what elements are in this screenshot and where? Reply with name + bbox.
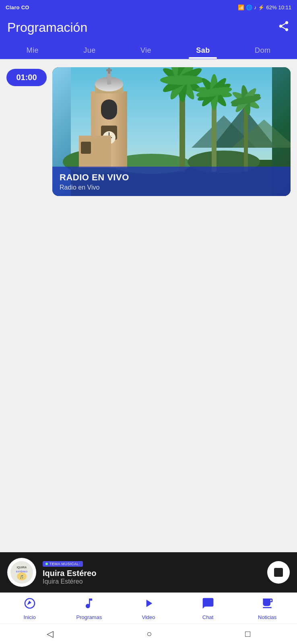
share-icon [278,20,290,32]
station-logo: IQUIRA ESTÉREO 🎵 [7,558,36,587]
news-icon [261,597,274,613]
program-title: RADIO EN VIVO [60,172,283,183]
tab-jue[interactable]: Jue [79,41,100,59]
nav-video[interactable]: Video [128,597,169,620]
nav-noticias[interactable]: Noticias [247,597,287,620]
svg-text:🎵: 🎵 [20,575,24,579]
program-subtitle: Radio en Vivo [60,184,283,191]
tab-mie[interactable]: Mie [23,41,43,59]
stop-icon [274,568,283,577]
now-playing-bar: IQUIRA ESTÉREO 🎵 TEMA MUSICAL: Iquira Es… [0,552,297,592]
svg-rect-21 [81,142,91,154]
page-title: Programación [7,20,87,35]
app-header: Programación [0,14,297,41]
back-button[interactable]: ◁ [47,629,54,639]
share-button[interactable] [278,20,290,35]
status-icons: 📶 🌐 ♪ ⚡ 62% 10:11 [238,4,291,10]
music-icon: ♪ [254,4,257,10]
compass-icon [23,597,36,613]
tema-badge: TEMA MUSICAL: [43,561,83,567]
battery-icon: 62% [266,4,276,10]
usb-icon: ⚡ [258,4,264,10]
signal-icon: 📶 [238,4,244,10]
svg-point-30 [160,75,204,85]
bottom-navigation: Inicio Programas Video Chat [0,592,297,623]
program-overlay: RADIO EN VIVO Radio en Vivo [52,167,291,196]
video-icon [142,597,155,613]
chat-icon [202,597,214,613]
tab-dom[interactable]: Dom [251,41,275,59]
tab-vie[interactable]: Vie [136,41,155,59]
svg-rect-19 [106,69,112,71]
schedule-content: 01:00 [0,59,297,552]
home-button[interactable]: ○ [146,629,152,639]
time-display: 10:11 [278,4,291,10]
music-note-icon [82,597,95,613]
program-card[interactable]: RADIO EN VIVO Radio en Vivo [52,67,291,196]
nav-chat-label: Chat [202,614,213,620]
recents-button[interactable]: □ [245,629,250,639]
day-tabs-bar: Mie Jue Vie Sab Dom [0,41,297,59]
stop-button[interactable] [267,561,290,584]
station-tagline: Iquira Estéreo [43,578,261,585]
svg-rect-9 [101,99,117,120]
nav-programas[interactable]: Programas [69,597,109,620]
nav-video-label: Video [142,614,155,620]
station-info: TEMA MUSICAL: Iquira Estéreo Iquira Esté… [43,559,261,585]
nav-chat[interactable]: Chat [188,597,228,620]
nav-programas-label: Programas [76,614,102,620]
station-name: Iquira Estéreo [43,569,261,578]
svg-text:IQUIRA: IQUIRA [17,566,27,569]
time-badge: 01:00 [6,69,47,86]
status-bar: Claro CO 📶 🌐 ♪ ⚡ 62% 10:11 [0,0,297,14]
wifi-icon: 🌐 [246,4,252,10]
live-dot [45,563,48,565]
tab-sab[interactable]: Sab [192,41,214,59]
nav-inicio-label: Inicio [24,614,36,620]
station-logo-image: IQUIRA ESTÉREO 🎵 [9,559,35,585]
nav-inicio[interactable]: Inicio [10,597,50,620]
carrier-info: Claro CO [6,4,29,10]
system-nav-bar: ◁ ○ □ [0,623,297,644]
nav-noticias-label: Noticias [258,614,276,620]
schedule-row: 01:00 [6,67,291,196]
